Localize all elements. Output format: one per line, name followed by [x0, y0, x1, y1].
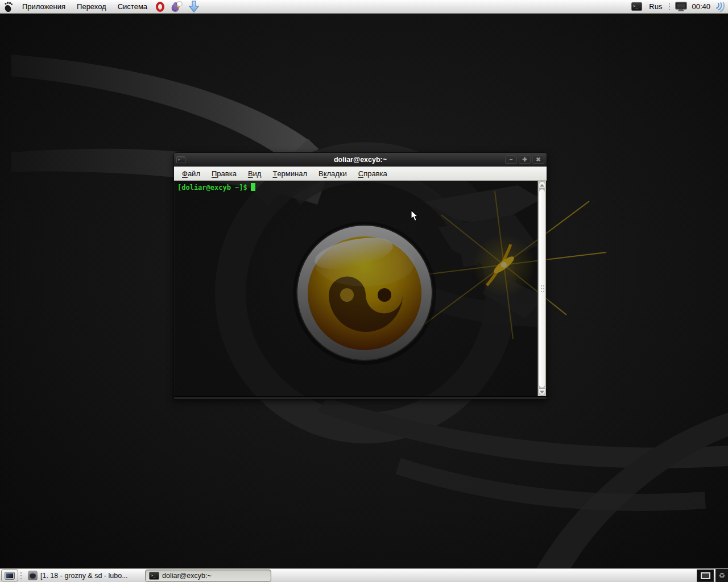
scrollbar-thumb[interactable] — [539, 189, 545, 388]
scroll-up-button[interactable] — [539, 181, 545, 189]
gnome-foot-icon — [3, 1, 14, 13]
menu-view[interactable]: Вид — [242, 167, 267, 180]
signal-waves-icon — [715, 2, 726, 12]
terminal-window: > doliar@excyb:~ – ✚ ✖ Файл Правка Вид Т… — [173, 152, 547, 400]
window-terminal-icon: > — [176, 156, 185, 163]
minimize-button[interactable]: – — [505, 155, 517, 164]
window-menubar: Файл Правка Вид Терминал Вкладки Справка — [174, 167, 547, 181]
menu-applications[interactable]: Приложения — [16, 0, 71, 13]
maximize-button[interactable]: ✚ — [519, 155, 531, 164]
network-applet[interactable] — [713, 0, 728, 13]
terminal-cursor — [251, 183, 255, 191]
top-panel: Приложения Переход Система — [0, 0, 728, 14]
taskbar-separator — [20, 572, 22, 580]
task-label: [1. 18 - grozny & sd - lubo... — [40, 572, 128, 580]
terminal-tray-icon: >_ — [631, 2, 642, 11]
task-label: doliar@excyb:~ — [162, 572, 212, 580]
terminal-scrollbar[interactable] — [537, 181, 546, 396]
opera-launcher[interactable] — [153, 0, 167, 13]
menu-places[interactable]: Переход — [71, 0, 112, 13]
pidgin-launcher[interactable] — [167, 0, 185, 13]
system-tray: >_ Rus 00:40 — [629, 0, 728, 13]
opera-icon — [156, 2, 164, 12]
active-workspace[interactable] — [701, 572, 710, 579]
trash-applet[interactable]: ♻ — [715, 569, 728, 582]
shell-prompt: [doliar@excyb ~]$ — [177, 184, 247, 192]
menu-edit[interactable]: Правка — [206, 167, 242, 180]
show-desktop-button[interactable] — [1, 569, 18, 581]
trash-icon: ♻ — [718, 571, 725, 580]
desktop-icon — [5, 572, 14, 579]
scroll-down-button[interactable] — [539, 388, 545, 396]
download-arrow-launcher[interactable] — [185, 0, 202, 13]
window-title: doliar@excyb:~ — [174, 156, 547, 164]
gnome-main-menu-button[interactable] — [0, 0, 16, 13]
close-button[interactable]: ✖ — [532, 155, 544, 164]
panel-separator — [669, 3, 671, 11]
bottom-taskbar: [1. 18 - grozny & sd - lubo... >_ doliar… — [0, 568, 728, 582]
desktop: Приложения Переход Система — [0, 0, 728, 582]
menu-file[interactable]: Файл — [176, 167, 206, 180]
display-applet[interactable] — [673, 0, 689, 13]
terminal-screen[interactable]: [doliar@excyb ~]$ — [175, 181, 546, 396]
task-button-terminal[interactable]: >_ doliar@excyb:~ — [145, 569, 271, 582]
scrollbar-grip — [541, 285, 542, 286]
pidgin-icon — [170, 1, 183, 13]
menu-terminal[interactable]: Терминал — [267, 167, 313, 180]
prompt-line: [doliar@excyb ~]$ — [175, 181, 546, 192]
terminal-task-icon: >_ — [149, 572, 159, 580]
monitor-icon — [675, 2, 687, 11]
menu-tabs[interactable]: Вкладки — [313, 167, 353, 180]
menu-help[interactable]: Справка — [353, 167, 393, 180]
window-resize-edge[interactable] — [174, 396, 547, 399]
clock[interactable]: 00:40 — [689, 2, 713, 11]
download-arrow-icon — [188, 1, 200, 13]
keyboard-layout-indicator[interactable]: Rus — [644, 2, 667, 11]
menu-system[interactable]: Система — [112, 0, 153, 13]
tray-terminal-item[interactable]: >_ — [629, 0, 644, 13]
media-player-icon — [28, 571, 38, 580]
titlebar[interactable]: > doliar@excyb:~ – ✚ ✖ — [174, 153, 547, 167]
task-button-player[interactable]: [1. 18 - grozny & sd - lubo... — [24, 569, 145, 582]
mouse-pointer-icon — [411, 210, 419, 222]
workspace-switcher[interactable] — [697, 569, 714, 582]
